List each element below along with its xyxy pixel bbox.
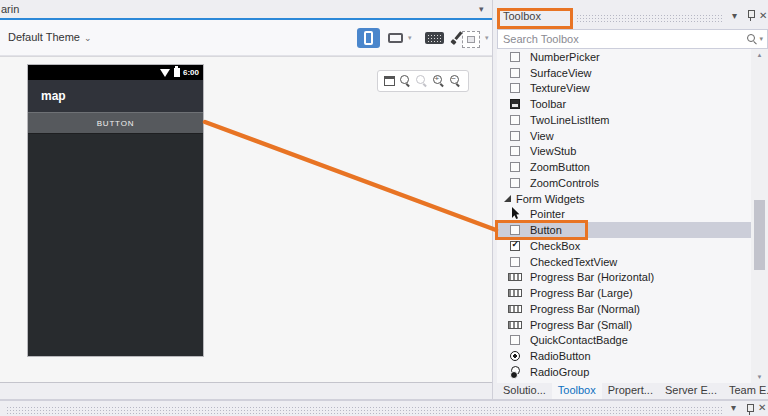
widget-box-icon <box>510 257 520 267</box>
toolbox-item[interactable]: CheckBox <box>497 238 751 254</box>
bottom-dock-title-bar[interactable]: ▾ ✕ <box>0 399 768 416</box>
android-device-preview: 6:00 map BUTTON <box>28 65 203 356</box>
icon-holder <box>508 289 522 297</box>
toolbox-item[interactable]: View <box>497 128 751 144</box>
search-input[interactable] <box>498 33 745 45</box>
toolbox-item[interactable]: RadioButton <box>497 348 751 364</box>
toolbox-item[interactable]: Progress Bar (Normal) <box>497 301 751 317</box>
scroll-up-icon[interactable]: ▲ <box>751 52 768 58</box>
toolbox-item[interactable]: Progress Bar (Small) <box>497 317 751 333</box>
designed-button-widget[interactable]: BUTTON <box>28 112 203 134</box>
theme-selector[interactable]: Default Theme⌄ <box>8 31 92 43</box>
icon-holder <box>508 146 522 156</box>
theme-selector-label: Default Theme <box>8 31 80 43</box>
device-landscape-button[interactable] <box>384 28 406 48</box>
battery-icon <box>174 68 180 77</box>
toolbox-item-label: Pointer <box>530 208 565 220</box>
toolbox-item-label: ViewStub <box>530 145 576 157</box>
close-icon[interactable]: ✕ <box>759 10 767 21</box>
widget-box-icon <box>510 131 520 141</box>
toolbox-item[interactable]: TextureView <box>497 81 751 97</box>
device-portrait-button[interactable] <box>357 28 380 48</box>
pin-icon[interactable] <box>746 9 755 22</box>
toolbox-item-label: RadioGroup <box>530 366 589 378</box>
chevron-down-icon[interactable]: ▾ <box>759 35 763 43</box>
toolbox-item[interactable]: ZoomControls <box>497 175 751 191</box>
toolbox-scrollbar[interactable]: ▲ ▼ <box>751 49 768 383</box>
icon-holder <box>508 52 522 62</box>
toolbox-item[interactable]: ViewStub <box>497 144 751 160</box>
toolbox-item-label: NumberPicker <box>530 51 600 63</box>
chevron-down-icon[interactable]: ▾ <box>479 4 484 14</box>
device-landscape-icon <box>388 33 403 43</box>
progress-bar-icon <box>508 321 522 329</box>
icon-holder <box>508 257 522 267</box>
panel-drag-grip[interactable] <box>576 14 724 23</box>
toolbox-item[interactable]: NumberPicker <box>497 49 751 65</box>
toolbox-item[interactable]: Button <box>497 222 751 238</box>
close-icon[interactable]: ✕ <box>758 402 766 413</box>
toolbox-item[interactable]: Progress Bar (Large) <box>497 285 751 301</box>
widget-box-icon <box>510 162 520 172</box>
toolbox-item-label: ZoomControls <box>530 177 599 189</box>
toolbox-item-label: QuickContactBadge <box>530 334 628 346</box>
ide-window: arin ▾ Default Theme⌄ ▾ ▾ <box>0 0 768 416</box>
toolbox-item[interactable]: Progress Bar (Horizontal) <box>497 270 751 286</box>
scroll-down-icon[interactable]: ▼ <box>751 374 768 380</box>
zoom-to-fit-icon[interactable] <box>400 75 412 87</box>
phone-app-title: map <box>28 89 66 103</box>
group-expanded-icon <box>504 195 511 202</box>
toolbox-list: NumberPickerSurfaceViewTextureViewToolba… <box>497 49 751 383</box>
design-surface[interactable]: 6:00 map BUTTON + − <box>0 56 492 383</box>
chevron-down-icon[interactable]: ▾ <box>485 34 489 42</box>
designed-button-label: BUTTON <box>97 119 135 128</box>
wifi-icon <box>160 69 170 77</box>
toolbox-item[interactable]: RadioGroup <box>497 364 751 380</box>
chevron-down-icon: ⌄ <box>84 33 92 43</box>
toolbox-item[interactable]: ZoomButton <box>497 159 751 175</box>
toolbox-item[interactable]: Pointer <box>497 207 751 223</box>
search-icon[interactable] <box>745 33 757 45</box>
toolbox-item-label: Toolbar <box>530 98 566 110</box>
icon-holder <box>508 207 522 221</box>
zoom-100-icon <box>416 75 428 87</box>
phone-content-area[interactable] <box>28 134 203 356</box>
progress-bar-icon <box>508 305 522 313</box>
fit-to-window-icon[interactable] <box>384 76 395 86</box>
icon-holder <box>508 273 522 281</box>
panel-tab-servere[interactable]: Server E... <box>659 383 723 399</box>
panel-drag-grip[interactable] <box>6 406 722 414</box>
phone-status-bar: 6:00 <box>28 65 203 80</box>
toolbox-list-container: NumberPickerSurfaceViewTextureViewToolba… <box>497 49 768 383</box>
keyboard-state-button[interactable] <box>422 28 446 48</box>
panel-tab-toolbox[interactable]: Toolbox <box>552 383 602 399</box>
radio-button-icon <box>510 351 520 361</box>
document-tab-label[interactable]: arin <box>1 3 19 15</box>
pin-icon[interactable] <box>745 403 754 416</box>
toolbox-item[interactable]: Toolbar <box>497 96 751 112</box>
toolbox-item[interactable]: SurfaceView <box>497 65 751 81</box>
window-position-menu-icon[interactable]: ▾ <box>731 402 736 413</box>
zoom-in-icon[interactable]: + <box>433 75 445 87</box>
icon-holder <box>502 195 512 202</box>
designer-editor-pane: arin ▾ Default Theme⌄ ▾ ▾ <box>0 0 493 399</box>
toolbox-title-bar[interactable]: Toolbox ▾ ✕ <box>494 7 768 28</box>
grid-options-button[interactable] <box>459 29 483 49</box>
chevron-down-icon[interactable]: ▾ <box>408 34 412 42</box>
toolbox-item[interactable]: CheckedTextView <box>497 254 751 270</box>
toolbox-item[interactable]: QuickContactBadge <box>497 333 751 349</box>
toolbox-search-box: ▾ <box>497 29 768 49</box>
scrollbar-thumb[interactable] <box>754 200 765 270</box>
panel-tab-propert[interactable]: Propert... <box>602 383 659 399</box>
zoom-out-icon[interactable]: − <box>450 75 462 87</box>
toolbox-item[interactable]: TwoLineListItem <box>497 112 751 128</box>
window-position-menu-icon[interactable]: ▾ <box>732 10 737 21</box>
toolbox-item-label: SurfaceView <box>530 67 592 79</box>
panel-tab-bar: Solutio...ToolboxPropert...Server E...Te… <box>497 383 768 399</box>
panel-tab-solutio[interactable]: Solutio... <box>497 383 552 399</box>
plus-sign: + <box>435 74 440 83</box>
panel-tab-teame[interactable]: Team E... <box>723 383 768 399</box>
toolbox-group-header[interactable]: Form Widgets <box>497 191 751 207</box>
icon-holder <box>508 241 522 251</box>
icon-holder <box>508 68 522 78</box>
